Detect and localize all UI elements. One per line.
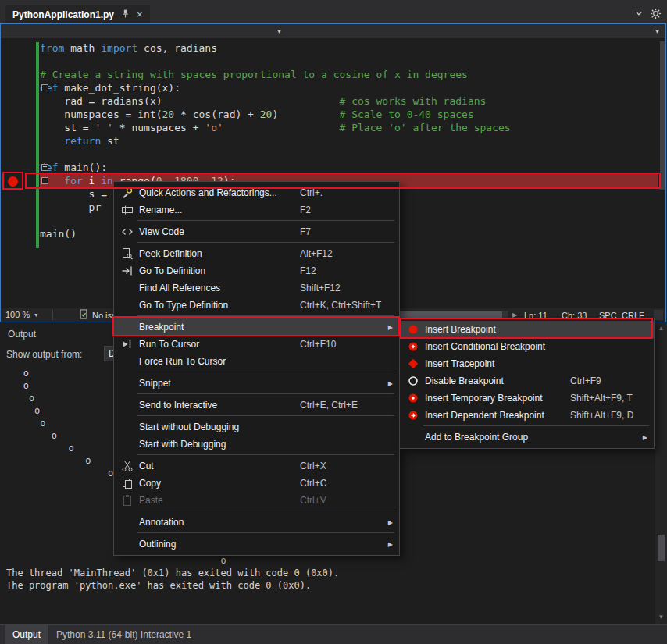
- menu-item-shortcut: Ctrl+C: [300, 478, 326, 489]
- code-line[interactable]: # Create a string with spaces proportion…: [40, 68, 658, 81]
- menu-item-go-to-type-definition[interactable]: Go To Type DefinitionCtrl+K, Ctrl+Shift+…: [114, 297, 399, 314]
- menu-item-add-to-breakpoint-group[interactable]: Add to Breakpoint Group▶: [400, 429, 654, 446]
- zoom-level: 100 %: [5, 310, 30, 319]
- scroll-down-arrow-icon[interactable]: ▼: [655, 614, 667, 621]
- go-to-definition-icon: [119, 265, 136, 277]
- blank-icon: [119, 282, 136, 294]
- code-line[interactable]: return st: [40, 134, 658, 148]
- menu-item-snippet[interactable]: Snippet▶: [114, 375, 399, 392]
- output-panel-title: Output: [8, 329, 36, 340]
- panel-tab-output[interactable]: Output: [5, 625, 48, 644]
- menu-item-annotation[interactable]: Annotation▶: [114, 514, 399, 531]
- menu-item-insert-conditional-breakpoint[interactable]: Insert Conditional Breakpoint: [400, 338, 654, 355]
- menu-item-label: Peek Definition: [136, 248, 300, 259]
- chevron-down-icon: ▾: [655, 26, 659, 36]
- outline-collapse-icon[interactable]: [41, 84, 48, 91]
- outline-collapse-icon[interactable]: [41, 177, 48, 184]
- menu-item-label: Add to Breakpoint Group: [422, 432, 570, 443]
- editor-scrollbar-thumb[interactable]: [660, 41, 665, 190]
- breakpoint-disabled-icon: [405, 375, 422, 387]
- menu-item-shortcut: F2: [300, 205, 311, 215]
- code-line[interactable]: [40, 55, 658, 68]
- pin-icon[interactable]: [120, 8, 130, 22]
- document-tab-title: PythonApplication1.py: [12, 9, 114, 20]
- menu-separator: [114, 414, 399, 418]
- tab-list-chevron-icon[interactable]: [633, 8, 646, 20]
- menu-item-insert-tracepoint[interactable]: Insert Tracepoint: [400, 355, 654, 372]
- document-tab[interactable]: PythonApplication1.py ×: [5, 5, 150, 23]
- menu-item-view-code[interactable]: View CodeF7: [114, 223, 399, 240]
- menu-item-quick-actions-and-refactorings[interactable]: Quick Actions and Refactorings...Ctrl+.: [114, 184, 399, 201]
- menu-item-cut[interactable]: CutCtrl+X: [114, 457, 399, 475]
- blank-icon: [119, 438, 136, 450]
- menu-item-outlining[interactable]: Outlining▶: [114, 535, 399, 553]
- menu-item-label: Insert Breakpoint: [422, 324, 570, 335]
- menu-item-label: Copy: [136, 478, 300, 489]
- menu-item-insert-temporary-breakpoint[interactable]: Insert Temporary BreakpointShift+Alt+F9,…: [400, 390, 654, 407]
- code-line[interactable]: def make_dot_string(x):: [40, 81, 658, 94]
- breakpoint-conditional-icon: [405, 340, 422, 353]
- outline-collapse-icon[interactable]: [41, 164, 48, 171]
- menu-item-start-with-debugging[interactable]: Start with Debugging: [114, 436, 399, 453]
- settings-gear-icon[interactable]: [650, 8, 662, 20]
- menu-item-send-to-interactive[interactable]: Send to InteractiveCtrl+E, Ctrl+E: [114, 397, 399, 414]
- output-scrollbar[interactable]: ▲ ▼: [655, 322, 667, 624]
- menu-item-disable-breakpoint[interactable]: Disable BreakpointCtrl+F9: [400, 372, 654, 390]
- quick-actions-icon: [119, 187, 136, 199]
- output-scrollbar-thumb[interactable]: [658, 535, 665, 561]
- menu-item-shortcut: Ctrl+F10: [300, 339, 336, 350]
- show-output-from-label: Show output from:: [6, 349, 82, 360]
- code-line[interactable]: numspaces = int(20 * cos(rad) + 20) # Sc…: [40, 108, 658, 121]
- menu-item-go-to-definition[interactable]: Go To DefinitionF12: [114, 262, 399, 279]
- code-line[interactable]: def main():: [40, 161, 658, 174]
- menu-item-label: Go To Type Definition: [136, 300, 300, 311]
- menu-item-breakpoint[interactable]: Breakpoint▶: [114, 318, 399, 336]
- track-changes-bar: [36, 42, 39, 248]
- panel-tab-python-interactive[interactable]: Python 3.11 (64-bit) Interactive 1: [48, 625, 199, 644]
- peek-definition-icon: [119, 247, 136, 260]
- menu-separator: [114, 509, 399, 514]
- menu-item-peek-definition[interactable]: Peek DefinitionAlt+F12: [114, 245, 399, 262]
- menu-item-copy[interactable]: CopyCtrl+C: [114, 475, 399, 492]
- breakpoint-temporary-icon: [405, 392, 422, 404]
- menu-item-rename[interactable]: Rename...F2: [114, 201, 399, 219]
- menu-item-shortcut: Shift+Alt+F9, T: [570, 393, 633, 404]
- menu-item-force-run-to-cursor[interactable]: Force Run To Cursor: [114, 353, 399, 370]
- code-line[interactable]: st = ' ' * numspaces + 'o' # Place 'o' a…: [40, 121, 658, 134]
- view-code-icon: [119, 226, 136, 238]
- panel-tab-bar: Output Python 3.11 (64-bit) Interactive …: [0, 624, 667, 644]
- editor-scrollbar[interactable]: [659, 38, 665, 308]
- scroll-up-arrow-icon[interactable]: ▲: [655, 325, 667, 332]
- close-icon[interactable]: ×: [137, 9, 143, 20]
- breakpoint-glyph[interactable]: [8, 176, 18, 187]
- menu-item-start-without-debugging[interactable]: Start without Debugging: [114, 418, 399, 436]
- code-line[interactable]: from math import cos, radians: [40, 41, 658, 55]
- code-line[interactable]: rad = radians(x) # cos works with radian…: [40, 94, 658, 108]
- code-line[interactable]: [40, 148, 658, 161]
- menu-separator: [114, 453, 399, 457]
- submenu-arrow-icon: ▶: [388, 380, 393, 387]
- navbar-member-dropdown[interactable]: ▾: [287, 25, 664, 37]
- menu-item-label: Go To Definition: [136, 265, 300, 276]
- menu-item-label: View Code: [136, 226, 300, 237]
- blank-icon: [119, 421, 136, 433]
- menu-item-label: Paste: [136, 495, 300, 506]
- blank-icon: [119, 538, 136, 550]
- menu-item-insert-dependent-breakpoint[interactable]: Insert Dependent BreakpointShift+Alt+F9,…: [400, 407, 654, 424]
- context-menu: Quick Actions and Refactorings...Ctrl+.R…: [113, 181, 400, 556]
- menu-separator: [114, 370, 399, 375]
- submenu-arrow-icon: ▶: [643, 434, 647, 441]
- vs-window: PythonApplication1.py × ▾ ▾ from math im…: [0, 0, 667, 644]
- menu-item-shortcut: Ctrl+V: [300, 495, 326, 506]
- menu-item-label: Send to Interactive: [136, 400, 300, 411]
- menu-item-find-all-references[interactable]: Find All ReferencesShift+F12: [114, 279, 399, 297]
- zoom-control[interactable]: 100 % ▾: [5, 310, 37, 319]
- editor-navigation-bar: ▾ ▾: [1, 24, 665, 38]
- rename-icon: [119, 204, 136, 216]
- menu-item-insert-breakpoint[interactable]: Insert Breakpoint: [400, 321, 654, 338]
- navbar-project-dropdown[interactable]: ▾: [2, 25, 286, 37]
- menu-item-run-to-cursor[interactable]: Run To CursorCtrl+F10: [114, 336, 399, 353]
- menu-item-shortcut: Shift+F12: [300, 283, 341, 294]
- cut-icon: [119, 460, 136, 472]
- menu-item-paste[interactable]: PasteCtrl+V: [114, 492, 399, 509]
